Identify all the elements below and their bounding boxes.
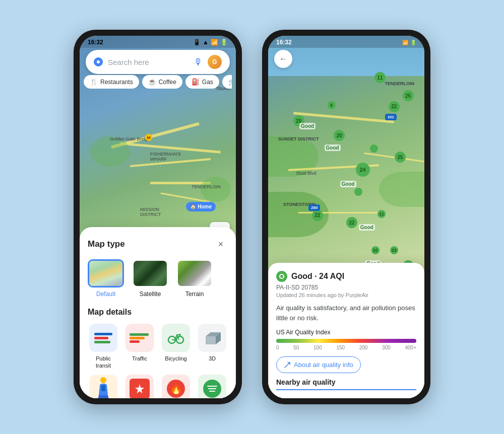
aqi-marker-6[interactable]: 6 [328, 101, 336, 109]
detail-airquality[interactable]: Air Quality [197, 375, 228, 398]
detail-covid[interactable]: COVID-19 Info [124, 375, 155, 398]
pill-grocery[interactable]: 🛒 Grocer [222, 75, 232, 89]
details-grid: Public transit Traffic [88, 324, 228, 398]
aqi-marker-11b[interactable]: 11 [377, 210, 386, 218]
gas-icon: ⛽ [192, 78, 200, 86]
phone-right: 101 280 TENDERLOIN SUNSET DISTRICT STONE… [262, 30, 430, 404]
wildfires-icon: 🔥 [162, 375, 190, 398]
aqi-marker-24[interactable]: 24 [356, 163, 370, 177]
detail-streetview[interactable]: Street View [88, 375, 119, 398]
default-label: Default [96, 291, 115, 298]
home-marker[interactable]: 🏠 Home [186, 202, 216, 211]
3d-icon [198, 324, 226, 352]
nearby-air-quality-label: Nearby air quality [276, 378, 416, 390]
bike-svg [167, 329, 185, 347]
aqi-marker-22c[interactable]: 22 [312, 210, 323, 221]
landmark-marker: M [145, 134, 152, 141]
map-type-satellite[interactable]: Satellite [132, 259, 168, 298]
map-label-tenderloin-r: TENDERLOIN [385, 81, 415, 86]
svg-point-2 [179, 334, 181, 336]
terrain-thumb [176, 259, 213, 287]
airquality-icon [198, 375, 226, 398]
about-air-quality-button[interactable]: About air quality info [276, 356, 361, 373]
mic-icon[interactable]: 🎙 [194, 57, 203, 67]
aqi-scale-numbers: 0 50 100 150 200 300 400+ [276, 345, 416, 350]
good-label-2: Good [325, 144, 341, 151]
time-right: 16:32 [276, 39, 292, 46]
time-left: 16:32 [88, 39, 103, 46]
external-link-icon [284, 361, 291, 369]
pill-gas[interactable]: ⛽ Gas [185, 75, 219, 89]
aqi-scale-bar [276, 339, 416, 343]
aqi-marker-25b[interactable]: 25 [395, 152, 406, 163]
aqi-dot1 [370, 144, 378, 153]
svg-rect-3 [206, 336, 216, 344]
sheet-header: Map type × [88, 237, 228, 251]
default-thumb [88, 259, 124, 287]
map-type-terrain[interactable]: Terrain [176, 259, 213, 298]
map-label-sunset: SUNSET DISTRICT [278, 136, 319, 141]
svg-point-6 [100, 377, 106, 383]
airq-waves-container [203, 380, 221, 398]
traffic-icon [125, 324, 154, 352]
aqi-dot2 [354, 188, 362, 196]
map-type-grid: Default Satellite Terrain [88, 259, 228, 298]
wildfire-flame: 🔥 [167, 380, 185, 398]
about-btn-label: About air quality info [294, 361, 353, 369]
pill-coffee[interactable]: ☕ Coffee [142, 75, 182, 89]
status-icons-right: 📶 🔋 [402, 40, 416, 45]
category-pills: 🍴 Restaurants ☕ Coffee ⛽ Gas 🛒 Grocer [84, 75, 232, 89]
aqi-marker-25a[interactable]: 25 [403, 90, 414, 101]
map-type-default[interactable]: Default [88, 259, 124, 298]
aqi-status-icon [276, 271, 287, 282]
3d-label: 3D [209, 355, 216, 362]
back-button[interactable]: ← [274, 50, 292, 68]
aqi-updated: Updated 26 minutes ago by PurpleAir [276, 292, 416, 298]
search-bar[interactable]: Search here 🎙 G [86, 50, 230, 74]
detail-traffic[interactable]: Traffic [124, 324, 155, 370]
transit-label: Public transit [88, 355, 119, 370]
aqi-station-id: PA-II-SD 20785 [276, 284, 416, 291]
satellite-label: Satellite [140, 291, 161, 298]
detail-transit[interactable]: Public transit [88, 324, 119, 370]
aqi-marker-22b[interactable]: 22 [346, 217, 357, 228]
aqi-marker-23b[interactable]: 23 [390, 246, 398, 254]
detail-bicycling[interactable]: Bicycling [160, 324, 192, 370]
map-type-sheet: Map type × Default Satellite [80, 227, 236, 398]
bicycling-label: Bicycling [165, 355, 186, 362]
aqi-marker-20b[interactable]: 20 [334, 130, 345, 141]
aqi-title: Good · 24 AQI [291, 272, 344, 281]
svg-rect-7 [101, 385, 105, 391]
aqi-marker-22-top[interactable]: 22 [389, 101, 400, 112]
bicycling-icon [162, 324, 190, 352]
aqi-info-panel: Good · 24 AQI PA-II-SD 20785 Updated 26 … [268, 263, 424, 398]
detail-3d[interactable]: 3D [197, 324, 228, 370]
highway-badge-280: 280 [308, 204, 320, 211]
aqi-marker-11-top[interactable]: 11 [374, 72, 386, 83]
map-label-mission: MISSIONDISTRICT [140, 207, 161, 217]
highway-badge-101: 101 [385, 114, 397, 120]
grocery-icon: 🛒 [228, 78, 232, 86]
user-avatar[interactable]: G [208, 55, 222, 69]
restaurants-icon: 🍴 [90, 78, 98, 86]
pill-restaurants-label: Restaurants [100, 79, 133, 86]
close-button[interactable]: × [214, 237, 228, 251]
transit-icon [89, 324, 117, 352]
pill-gas-label: Gas [202, 79, 213, 86]
traffic-label: Traffic [132, 355, 147, 362]
good-label-4: Good [359, 224, 375, 231]
satellite-thumb [132, 259, 168, 287]
aqi-scale-label: US Air Quality Index [276, 329, 416, 336]
detail-wildfires[interactable]: 🔥 Wildfires [160, 375, 192, 398]
covid-symbol [133, 382, 146, 395]
map-label-tenderloin: TENDERLOIN [192, 184, 221, 189]
search-placeholder: Search here [108, 58, 188, 66]
pill-restaurants[interactable]: 🍴 Restaurants [84, 75, 139, 89]
map-label-sloat: Sloat Blvd [296, 171, 317, 176]
details-title: Map details [88, 308, 228, 317]
aqi-marker-10[interactable]: 10 [371, 246, 380, 254]
search-pin-icon [94, 57, 103, 66]
coffee-icon: ☕ [148, 78, 156, 86]
map-label-fishermans: FISHERMAN'SWHARF [150, 152, 181, 162]
terrain-label: Terrain [185, 291, 204, 298]
